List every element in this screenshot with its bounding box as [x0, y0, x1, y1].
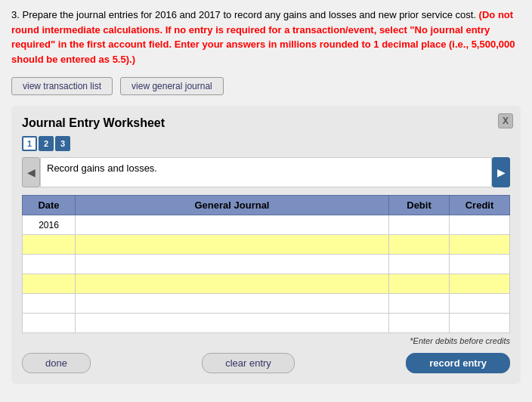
credit-cell-5[interactable]: [450, 294, 510, 314]
col-header-date: Date: [23, 196, 76, 215]
journal-cell-1[interactable]: [76, 215, 389, 235]
col-header-debit: Debit: [389, 196, 450, 215]
date-cell-4: [23, 274, 76, 294]
worksheet-container: X Journal Entry Worksheet 1 2 3 ◀ Record…: [11, 106, 521, 384]
credit-cell-2[interactable]: [450, 235, 510, 255]
tab-1[interactable]: 1: [22, 136, 37, 151]
debit-cell-3[interactable]: [389, 255, 450, 274]
record-entry-button[interactable]: record entry: [406, 353, 510, 373]
debit-cell-5[interactable]: [389, 294, 450, 314]
credit-cell-4[interactable]: [450, 274, 510, 294]
journal-cell-4[interactable]: [76, 274, 389, 294]
table-row: [23, 235, 510, 255]
question-number: 3.: [11, 9, 20, 20]
credit-input-2[interactable]: [450, 235, 509, 254]
debit-input-1[interactable]: [389, 215, 449, 234]
bottom-buttons: done clear entry record entry: [22, 353, 510, 373]
tab-row: 1 2 3: [22, 136, 510, 151]
worksheet-title: Journal Entry Worksheet: [22, 116, 510, 130]
debit-cell-6[interactable]: [389, 314, 450, 333]
table-row: 2016: [23, 215, 510, 235]
table-row: [23, 314, 510, 333]
done-button[interactable]: done: [22, 353, 91, 373]
journal-input-5[interactable]: [76, 294, 388, 313]
table-row: [23, 274, 510, 294]
table-row: [23, 255, 510, 274]
date-cell-5: [23, 294, 76, 314]
credit-input-5[interactable]: [450, 294, 509, 313]
debit-cell-4[interactable]: [389, 274, 450, 294]
tab-3[interactable]: 3: [55, 136, 70, 151]
date-cell-1: 2016: [23, 215, 76, 235]
question-text-normal: Prepare the journal entries for 2016 and…: [22, 9, 478, 20]
credit-input-4[interactable]: [450, 274, 509, 293]
credit-input-6[interactable]: [450, 314, 509, 332]
debit-cell-1[interactable]: [389, 215, 450, 235]
debit-input-4[interactable]: [389, 274, 449, 293]
journal-cell-2[interactable]: [76, 235, 389, 255]
journal-cell-5[interactable]: [76, 294, 389, 314]
debit-input-3[interactable]: [389, 255, 449, 274]
nav-arrow-right[interactable]: ▶: [492, 157, 510, 187]
col-header-journal: General Journal: [76, 196, 389, 215]
question-container: 3. Prepare the journal entries for 2016 …: [11, 8, 521, 66]
table-row: [23, 294, 510, 314]
journal-input-1[interactable]: [76, 215, 388, 234]
col-header-credit: Credit: [450, 196, 510, 215]
debit-cell-2[interactable]: [389, 235, 450, 255]
debit-input-2[interactable]: [389, 235, 449, 254]
record-description-box: ◀ Record gains and losses. ▶: [22, 157, 510, 187]
date-cell-6: [23, 314, 76, 333]
nav-arrow-left[interactable]: ◀: [22, 157, 40, 187]
journal-cell-3[interactable]: [76, 255, 389, 274]
debit-input-5[interactable]: [389, 294, 449, 313]
credit-input-1[interactable]: [450, 215, 509, 234]
journal-input-3[interactable]: [76, 255, 388, 274]
close-button[interactable]: X: [498, 113, 513, 128]
clear-entry-button[interactable]: clear entry: [202, 353, 295, 373]
journal-table: Date General Journal Debit Credit 2016: [22, 195, 510, 333]
view-general-journal-button[interactable]: view general journal: [120, 77, 224, 95]
question-text: 3. Prepare the journal entries for 2016 …: [11, 8, 521, 66]
journal-input-2[interactable]: [76, 235, 388, 254]
credit-cell-6[interactable]: [450, 314, 510, 333]
view-transaction-list-button[interactable]: view transaction list: [11, 77, 113, 95]
date-cell-2: [23, 235, 76, 255]
journal-input-4[interactable]: [76, 274, 388, 293]
debit-input-6[interactable]: [389, 314, 449, 332]
credit-cell-1[interactable]: [450, 215, 510, 235]
tab-2[interactable]: 2: [39, 136, 54, 151]
top-button-row: view transaction list view general journ…: [11, 77, 521, 95]
date-cell-3: [23, 255, 76, 274]
record-description-text: Record gains and losses.: [40, 157, 492, 187]
hint-text: *Enter debits before credits: [22, 336, 510, 345]
credit-cell-3[interactable]: [450, 255, 510, 274]
journal-input-6[interactable]: [76, 314, 388, 332]
journal-cell-6[interactable]: [76, 314, 389, 333]
table-header-row: Date General Journal Debit Credit: [23, 196, 510, 215]
credit-input-3[interactable]: [450, 255, 509, 274]
